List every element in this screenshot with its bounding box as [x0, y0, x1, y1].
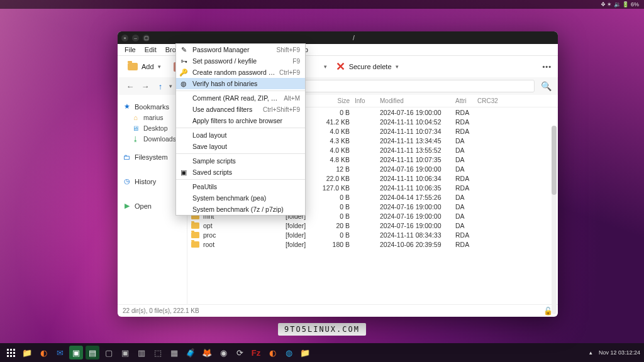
scrollbar[interactable] [552, 126, 557, 314]
task-term2[interactable]: ▣ [118, 346, 132, 359]
menu-item-icon: ▣ [179, 168, 189, 177]
task-g2[interactable]: ▤ [86, 346, 99, 359]
download-icon: ⭳ [131, 134, 140, 143]
menu-item-label: Sample scripts [192, 157, 296, 165]
menu-item-label: System benchmark (7z / p7zip) [192, 206, 296, 213]
task-g1[interactable]: ▣ [69, 346, 83, 359]
panel-clock[interactable]: Nov 12 03:12:24 [599, 349, 640, 356]
tools-item[interactable]: 🗝 Set password / keyfile F9 [176, 55, 305, 67]
task-store[interactable]: 🧳 [184, 346, 197, 359]
monitor-icon: 🖥 [131, 124, 140, 132]
menu-item-shortcut: Alt+M [284, 95, 300, 102]
tools-item[interactable]: Save layout [176, 141, 305, 152]
task-filezilla[interactable]: Fz [249, 346, 263, 359]
task-term3[interactable]: ▥ [135, 346, 148, 359]
menu-item-label: Create random password / keyfile [192, 69, 275, 76]
tools-item[interactable]: ✎ Password Manager Shift+F9 [176, 44, 305, 55]
menu-item-shortcut: Ctrl+F9 [279, 69, 300, 76]
menu-item-icon: 🗝 [179, 57, 189, 65]
task-mail[interactable]: ✉ [53, 346, 67, 359]
titlebar[interactable]: × – ▢ / [118, 31, 558, 44]
sidebar-bookmarks[interactable]: ★Bookmarks [121, 101, 183, 112]
tools-item[interactable]: PeaUtils [176, 181, 305, 192]
back-icon[interactable]: ← [124, 82, 136, 91]
sidebar-filesystem[interactable]: 🗀Filesystem [121, 151, 183, 162]
status-bar: 22 dir(s), 0 file(s), 222.1 KB 🔓 [118, 304, 558, 317]
chevron-down-icon[interactable]: ▾ [324, 63, 327, 70]
tools-item[interactable]: ▣ Saved scripts [176, 167, 305, 178]
status-text: 22 dir(s), 0 file(s), 222.1 KB [123, 307, 199, 314]
tools-item[interactable]: System benchmark (7z / p7zip) [176, 204, 305, 215]
watermark: 9TO5LINUX.COM [278, 323, 366, 336]
task-firefox[interactable]: ◐ [36, 346, 50, 359]
folder-icon [191, 241, 199, 248]
maximize-icon[interactable]: ▢ [143, 35, 150, 41]
menu-item-shortcut: Shift+F9 [276, 47, 300, 53]
window-title: / [153, 35, 554, 41]
folder-icon: 🗀 [123, 153, 131, 161]
menu-item-label: Load layout [192, 131, 296, 139]
menu-item-label: System benchmark (pea) [192, 194, 296, 202]
menu-file[interactable]: File [120, 45, 140, 55]
tools-item[interactable]: Apply filters to archive browser [176, 115, 305, 126]
minimize-icon[interactable]: – [132, 35, 139, 41]
table-row[interactable]: opt [folder] 20 B 2024-07-16 19:00:00 DA [187, 221, 558, 230]
menu-item-shortcut: Ctrl+Shift+F9 [263, 106, 300, 113]
tools-dropdown[interactable]: ✎ Password Manager Shift+F9🗝 Set passwor… [175, 43, 306, 216]
tools-item[interactable]: System benchmark (pea) [176, 192, 305, 204]
folder-icon [191, 232, 199, 238]
sidebar-item-downloads[interactable]: ⭳Downloads [121, 133, 183, 144]
task-term[interactable]: ▢ [102, 346, 116, 359]
menu-item-label: Use advanced filters [192, 106, 259, 113]
chevron-down-icon[interactable]: ▾ [396, 63, 399, 70]
menu-item-label: Save layout [192, 143, 296, 150]
task-folder2[interactable]: 📁 [298, 346, 312, 359]
menu-item-shortcut: F9 [292, 58, 300, 65]
forward-icon[interactable]: → [139, 82, 152, 91]
top-panel: ❖ ✶ 🔉 🔋 6% [0, 0, 644, 9]
tools-item[interactable]: Comment (RAR read, ZIP, ZIPX) Alt+M [176, 92, 305, 104]
close-icon[interactable]: × [121, 35, 128, 41]
menu-item-label: PeaUtils [192, 183, 296, 190]
task-steam2[interactable]: ⟳ [233, 346, 247, 359]
panel-expand-icon[interactable]: ▴ [589, 349, 592, 356]
sidebar-history[interactable]: ◷History [121, 176, 183, 187]
tools-item[interactable]: Load layout [176, 129, 305, 141]
task-sys[interactable]: ▦ [167, 346, 181, 359]
home-icon: ⌂ [131, 113, 140, 121]
up-icon[interactable]: ↑ [154, 82, 167, 91]
task-gimp[interactable]: 🦊 [200, 346, 214, 359]
add-button[interactable]: Add ▾ [124, 60, 165, 73]
chevron-down-icon[interactable]: ▾ [158, 63, 161, 70]
chevron-down-icon[interactable]: ▾ [169, 83, 172, 89]
folder-icon [128, 63, 138, 70]
menu-item-icon: ◍ [179, 80, 189, 88]
tools-item[interactable]: ◍ Verify hash of binaries [176, 78, 305, 89]
menu-item-label: Verify hash of binaries [192, 80, 296, 87]
table-row[interactable]: proc [folder] 0 B 2024-11-11 08:34:33 RD… [187, 230, 558, 239]
tools-item[interactable]: 🔑 Create random password / keyfile Ctrl+… [176, 67, 305, 78]
table-row[interactable]: root [folder] 180 B 2024-10-06 20:39:59 … [187, 239, 558, 249]
apps-menu-button[interactable] [4, 346, 18, 359]
tools-item[interactable]: Sample scripts [176, 155, 305, 167]
menu-item-icon: 🔑 [179, 69, 189, 77]
search-icon[interactable]: 🔍 [541, 81, 552, 91]
add-label: Add [142, 63, 154, 70]
menu-edit[interactable]: Edit [140, 45, 161, 55]
task-chrome[interactable]: ◍ [282, 346, 296, 359]
sidebar-item-desktop[interactable]: 🖥Desktop [121, 123, 183, 133]
star-icon: ★ [123, 102, 131, 111]
history-icon: ◷ [123, 177, 131, 185]
secure-delete-button[interactable]: ✕ Secure delete ▾ [332, 58, 402, 75]
more-icon[interactable]: ••• [542, 63, 552, 70]
menu-item-label: Password Manager [192, 46, 272, 53]
tools-item[interactable]: Use advanced filters Ctrl+Shift+F9 [176, 104, 305, 115]
task-steam[interactable]: ◉ [216, 346, 230, 359]
sidebar-open[interactable]: ▶Open [121, 200, 183, 211]
task-box[interactable]: ⬚ [151, 346, 165, 359]
peazip-window: × – ▢ / File Edit Browser Organize Tools… [118, 31, 558, 317]
tray-icons[interactable]: ❖ ✶ 🔉 🔋 6% [601, 1, 639, 8]
task-ff2[interactable]: ◐ [265, 346, 279, 359]
task-files[interactable]: 📁 [20, 346, 34, 359]
sidebar-item-marius[interactable]: ⌂marius [121, 112, 183, 123]
